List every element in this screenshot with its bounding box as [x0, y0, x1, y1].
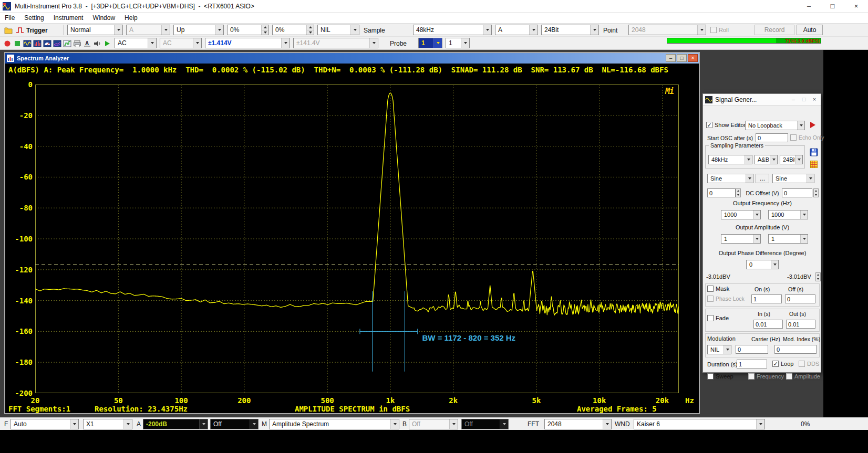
range-a-display-select[interactable]: -200dB: [143, 419, 208, 429]
dc-offset-a-input[interactable]: 0: [707, 188, 736, 197]
child-close-button[interactable]: ×: [688, 54, 698, 62]
loop-checkbox[interactable]: Loop: [772, 361, 793, 367]
waveform-library-icon[interactable]: [809, 160, 818, 168]
spectrum-analyzer-titlebar[interactable]: Spectrum Analyzer – □ ×: [5, 53, 699, 64]
dc-offset-a-spinner[interactable]: [736, 188, 741, 197]
mask-off-input[interactable]: 0: [785, 294, 815, 303]
print-icon[interactable]: [72, 38, 82, 48]
echo-only-checkbox[interactable]: Echo Only: [790, 134, 824, 141]
menu-file[interactable]: File: [0, 13, 19, 23]
sweep-checkbox[interactable]: Sweep: [707, 373, 733, 380]
sweep-frequency-checkbox[interactable]: Frequency: [748, 373, 784, 380]
child-minimize-button[interactable]: –: [666, 54, 676, 62]
waveform-more-button[interactable]: ...: [756, 174, 769, 183]
range-b-select[interactable]: ±141.4V: [293, 38, 378, 48]
spectrum-analyzer-ic on[interactable]: [32, 38, 42, 48]
coupling-a-select[interactable]: AC: [115, 38, 157, 48]
roll-checkbox[interactable]: Roll: [710, 27, 729, 33]
data-logger-icon[interactable]: [62, 38, 72, 48]
record-button[interactable]: Record: [755, 25, 794, 35]
sweep-amplitude-checkbox[interactable]: Amplitude: [786, 373, 820, 380]
probe-b-select[interactable]: 1: [446, 38, 470, 48]
waveform-b-select[interactable]: Sine: [772, 174, 814, 183]
trigger-slope-select[interactable]: Up: [173, 25, 224, 35]
menu-window[interactable]: Window: [88, 13, 120, 23]
sg-minimize-button[interactable]: –: [788, 94, 799, 105]
save-icon[interactable]: [809, 148, 818, 156]
amplitude-a-select[interactable]: 1: [721, 234, 761, 244]
waveform-a-select[interactable]: Sine: [707, 174, 753, 183]
menu-help[interactable]: Help: [120, 13, 142, 23]
phase-select[interactable]: 0: [746, 260, 779, 269]
sg-close-button[interactable]: ×: [809, 94, 820, 105]
multimeter-icon[interactable]: [42, 38, 52, 48]
bit-resolution-select[interactable]: 24Bit: [541, 25, 599, 35]
spinner-buttons[interactable]: [306, 25, 314, 35]
mask-checkbox[interactable]: Mask: [707, 286, 729, 292]
loopback-select[interactable]: No Loopback: [745, 121, 805, 130]
modulation-type-select[interactable]: NIL: [707, 345, 731, 354]
open-file-icon[interactable]: [3, 25, 13, 35]
view-mode-select[interactable]: Amplitude Spectrum: [269, 419, 399, 429]
signal-generator-titlebar[interactable]: Signal Gener... – □ ×: [703, 94, 821, 106]
sg-sampling-rate-select[interactable]: 48kHz: [708, 155, 752, 164]
sg-bits-select[interactable]: 24Bit: [780, 155, 803, 164]
b-extra-select[interactable]: Off: [461, 419, 509, 429]
dc-offset-b-input[interactable]: 0: [782, 188, 812, 197]
trigger-level-spinner[interactable]: 0%: [227, 25, 269, 35]
stop-icon[interactable]: [12, 38, 22, 48]
fade-in-input[interactable]: 0.01: [753, 320, 783, 329]
frequency-a-select[interactable]: 1000: [721, 210, 761, 219]
carrier-value: 0: [738, 346, 741, 353]
dds-checkbox[interactable]: DDS: [799, 361, 819, 367]
fade-checkbox[interactable]: Fade: [707, 315, 729, 321]
dbv-spinner[interactable]: [815, 272, 821, 281]
menu-instrument[interactable]: Instrument: [49, 13, 88, 23]
b-range-select[interactable]: Off: [409, 419, 458, 429]
fade-out-input[interactable]: 0.01: [786, 320, 815, 329]
amplitude-b-select[interactable]: 1: [768, 234, 808, 244]
record-length-select[interactable]: 2048: [628, 25, 706, 35]
mask-on-input[interactable]: 1: [751, 294, 782, 303]
close-button[interactable]: ×: [844, 0, 868, 12]
sampling-rate-select[interactable]: 48kHz: [413, 25, 492, 35]
trigger-delay-spinner[interactable]: 0%: [272, 25, 314, 35]
label-a-icon[interactable]: A: [82, 38, 92, 48]
minimize-button[interactable]: –: [797, 0, 821, 12]
fft-size-select[interactable]: 2048: [544, 419, 612, 429]
trigger-icon[interactable]: [15, 25, 25, 35]
sampling-channel-select[interactable]: A: [495, 25, 538, 35]
maximize-button[interactable]: □: [821, 0, 844, 12]
zoom-select[interactable]: X1: [83, 419, 132, 429]
mod-index-input[interactable]: 0: [774, 345, 817, 354]
auto-button[interactable]: Auto: [797, 25, 823, 35]
range-a-select[interactable]: ±1.414V: [205, 38, 290, 48]
speaker-icon[interactable]: [92, 38, 102, 48]
sg-run-button[interactable]: [810, 122, 815, 128]
start-osc-input[interactable]: 0: [756, 133, 788, 142]
a-extra-select[interactable]: Off: [210, 419, 259, 429]
spectrum-plot[interactable]: BW = 1172 - 820 = 352 Hz: [35, 85, 679, 393]
duration-input[interactable]: 1: [737, 360, 767, 368]
spectrum-3d-plot-icon[interactable]: [52, 38, 62, 48]
phase-lock-checkbox[interactable]: Phase Lock: [707, 296, 745, 302]
record-icon[interactable]: [2, 38, 12, 48]
menu-setting[interactable]: Setting: [19, 13, 48, 23]
oscilloscope-icon[interactable]: [22, 38, 32, 48]
spinner-buttons[interactable]: [261, 25, 268, 35]
carrier-input[interactable]: 0: [736, 345, 768, 354]
trigger-source-select[interactable]: A: [126, 25, 170, 35]
frequency-axis-select[interactable]: Auto: [11, 419, 79, 429]
sg-channels-select[interactable]: A&B: [755, 155, 778, 164]
frequency-b-select[interactable]: 1000: [768, 210, 808, 219]
sg-maximize-button[interactable]: □: [799, 94, 809, 105]
trigger-filter-select[interactable]: NIL: [317, 25, 359, 35]
window-function-select[interactable]: Kaiser 6: [634, 419, 765, 429]
show-editor-checkbox[interactable]: Show Editor: [706, 122, 746, 128]
trigger-mode-select[interactable]: Normal: [67, 25, 123, 35]
child-restore-button[interactable]: □: [677, 54, 687, 62]
play-icon[interactable]: [102, 38, 112, 48]
coupling-b-select[interactable]: AC: [160, 38, 202, 48]
probe-a-select[interactable]: 1: [418, 38, 442, 48]
dc-offset-b-spinner[interactable]: [813, 188, 819, 197]
